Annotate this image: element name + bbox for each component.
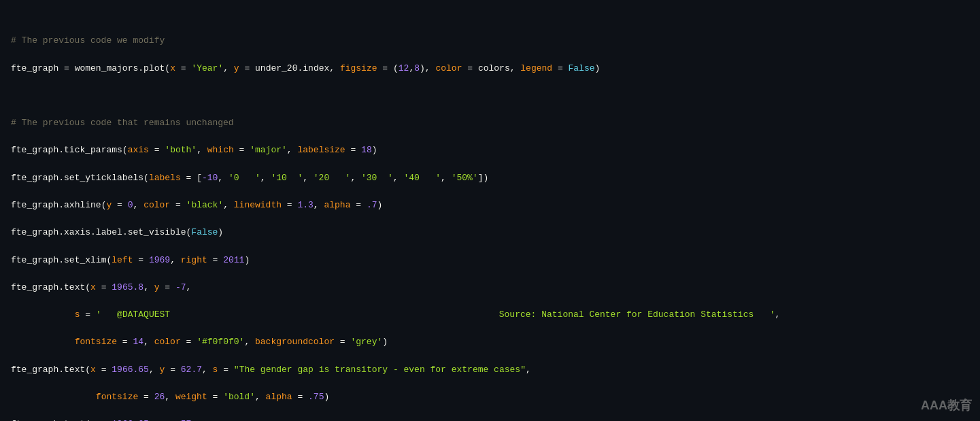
comment-line-2: # The previous code that remains unchang… xyxy=(11,116,969,130)
watermark: AAA教育 xyxy=(921,397,972,416)
code-line-6: fte_graph.set_xlim(left = 1969, right = … xyxy=(11,254,969,267)
code-line-2: fte_graph.tick_params(axis = 'both', whi… xyxy=(11,144,969,157)
code-editor: # The previous code we modify fte_graph … xyxy=(0,0,980,421)
code-line-1: fte_graph = women_majors.plot(x = 'Year'… xyxy=(11,62,969,75)
code-line-12: fte_graph.text(x = 1966.65, y = 57, xyxy=(11,418,969,421)
code-line-7: fte_graph.text(x = 1965.8, y = -7, xyxy=(11,281,969,294)
comment-line-1: # The previous code we modify xyxy=(11,34,969,48)
code-line-5: fte_graph.xaxis.label.set_visible(False) xyxy=(11,226,969,239)
code-line-10: fte_graph.text(x = 1966.65, y = 62.7, s … xyxy=(11,363,969,377)
code-line-8: s = ' @DATAQUEST Source: National Center… xyxy=(11,308,969,322)
code-line-3: fte_graph.set_yticklabels(labels = [-10,… xyxy=(11,171,969,185)
blank-line-1 xyxy=(11,89,969,103)
code-line-11: fontsize = 26, weight = 'bold', alpha = … xyxy=(11,390,969,404)
code-line-9: fontsize = 14, color = '#f0f0f0', backgr… xyxy=(11,335,969,349)
comment-text: # The previous code we modify xyxy=(11,35,165,46)
comment-text-2: # The previous code that remains unchang… xyxy=(11,118,234,128)
code-line-4: fte_graph.axhline(y = 0, color = 'black'… xyxy=(11,199,969,212)
